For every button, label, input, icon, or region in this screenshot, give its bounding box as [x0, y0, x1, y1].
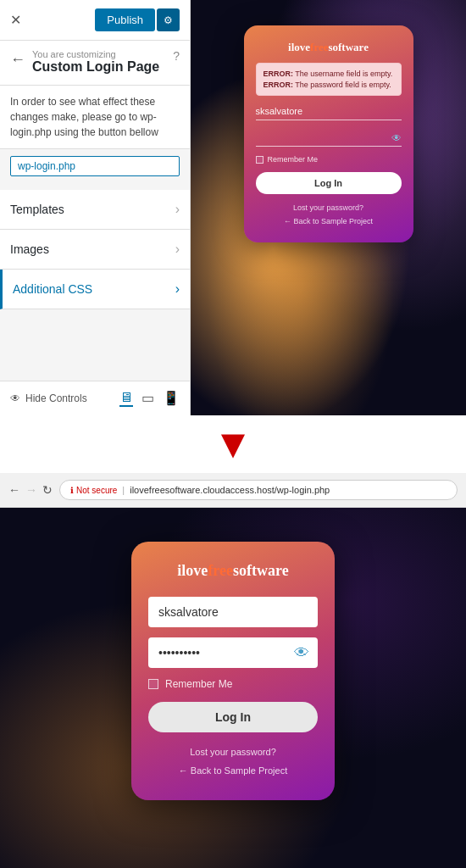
nav-item-additional-css[interactable]: Additional CSS › — [0, 270, 190, 309]
browser-back-link[interactable]: ← Back to Sample Project — [148, 761, 318, 780]
preview-logo-text: ilovefreesoftware — [288, 41, 369, 53]
preview-login-button[interactable]: Log In — [256, 172, 402, 194]
bottom-controls: 👁 Hide Controls 🖥 ▭ 📱 — [0, 381, 190, 415]
chevron-right-icon: › — [175, 281, 180, 297]
wp-login-button[interactable]: wp-login.php — [10, 156, 180, 176]
url-text: ilovefreesoftware.cloudaccess.host/wp-lo… — [130, 485, 330, 495]
info-icon[interactable]: ? — [173, 49, 180, 63]
you-are-customizing-label: You are customizing — [32, 49, 173, 59]
nav-item-images-label: Images — [10, 242, 49, 256]
preview-password-wrapper: 👁 — [256, 129, 402, 147]
browser-password-input[interactable] — [148, 637, 318, 668]
title-text: You are customizing Custom Login Page — [32, 49, 173, 75]
error1-text: The username field is empty. — [295, 70, 392, 78]
browser-login-links: Lost your password? ← Back to Sample Pro… — [148, 743, 318, 780]
browser-remember-me: Remember Me — [148, 678, 318, 690]
error1-label: ERROR: — [264, 70, 294, 78]
preview-password-input[interactable] — [256, 129, 402, 147]
browser-section: ← → ↻ ℹ Not secure | ilovefreesoftware.c… — [0, 473, 466, 868]
logo-ilove: ilove — [288, 41, 310, 53]
mobile-icon[interactable]: 📱 — [163, 390, 180, 407]
error-line2: ERROR: The password field is empty. — [264, 80, 394, 91]
gear-button[interactable]: ⚙ — [157, 8, 180, 31]
preview-remember-checkbox[interactable] — [256, 156, 264, 164]
logo-free: free — [310, 41, 328, 53]
nav-items: Templates › Images › Additional CSS › — [0, 190, 190, 381]
browser-login-card: ilovefreesoftware 👁 Remember Me Log In L… — [131, 542, 335, 800]
nav-item-css-label: Additional CSS — [13, 282, 92, 296]
preview-login-card: ilovefreesoftware ERROR: The username fi… — [244, 25, 413, 242]
preview-username-input[interactable] — [256, 103, 402, 120]
header-left: ✕ — [10, 12, 21, 28]
browser-username-input[interactable] — [148, 597, 318, 627]
nav-item-templates[interactable]: Templates › — [0, 190, 190, 230]
url-separator: | — [122, 485, 125, 495]
preview-remember-me: Remember Me — [256, 155, 402, 164]
browser-login-button[interactable]: Log In — [148, 702, 318, 732]
customizer-panel: ✕ Publish ⚙ ← You are customizing Custom… — [0, 0, 191, 415]
hide-controls-toggle[interactable]: 👁 Hide Controls — [10, 392, 87, 404]
tablet-icon[interactable]: ▭ — [141, 390, 154, 407]
nav-item-templates-label: Templates — [10, 203, 64, 216]
customizer-title-area: ← You are customizing Custom Login Page … — [0, 41, 190, 86]
address-bar[interactable]: ℹ Not secure | ilovefreesoftware.cloudac… — [59, 480, 458, 500]
preview-back-link[interactable]: ← Back to Sample Project — [256, 214, 402, 228]
hide-controls-label: Hide Controls — [25, 392, 87, 404]
browser-password-wrapper: 👁 — [148, 637, 318, 668]
customizer-section: ✕ Publish ⚙ ← You are customizing Custom… — [0, 0, 466, 415]
preview-login-links: Lost your password? ← Back to Sample Pro… — [256, 201, 402, 228]
browser-eye-icon[interactable]: 👁 — [294, 644, 309, 662]
nav-item-images[interactable]: Images › — [0, 230, 190, 270]
browser-lost-password[interactable]: Lost your password? — [148, 743, 318, 761]
preview-lost-password[interactable]: Lost your password? — [256, 201, 402, 214]
browser-logo-free: free — [208, 562, 233, 579]
device-icons: 🖥 ▭ 📱 — [119, 390, 180, 407]
browser-logo-ilove: ilove — [177, 562, 208, 579]
error2-text: The password field is empty. — [295, 81, 391, 89]
error-line1: ERROR: The username field is empty. — [264, 69, 394, 80]
preview-remember-label: Remember Me — [268, 155, 319, 164]
logo-software: software — [328, 41, 368, 53]
publish-button[interactable]: Publish — [95, 8, 155, 31]
eye-hide-icon: 👁 — [10, 392, 20, 404]
chevron-right-icon: › — [175, 242, 180, 257]
browser-forward-button[interactable]: → — [25, 483, 37, 497]
not-secure-text: Not secure — [76, 486, 117, 495]
page-title: Custom Login Page — [32, 59, 173, 75]
browser-logo-software: software — [233, 562, 289, 579]
browser-remember-checkbox[interactable] — [148, 679, 158, 689]
browser-logo-text: ilovefreesoftware — [177, 562, 288, 579]
down-arrow-icon: ▼ — [213, 424, 253, 465]
browser-remember-label: Remember Me — [165, 678, 232, 690]
browser-logo: ilovefreesoftware — [148, 562, 318, 580]
preview-eye-icon[interactable]: 👁 — [391, 132, 402, 144]
chevron-right-icon: › — [175, 202, 180, 217]
info-security-icon: ℹ — [70, 486, 74, 495]
close-icon[interactable]: ✕ — [10, 12, 21, 28]
info-text: In order to see what effect these change… — [0, 86, 190, 149]
preview-logo: ilovefreesoftware — [256, 39, 402, 54]
browser-back-button[interactable]: ← — [8, 483, 20, 497]
back-arrow-icon[interactable]: ← — [10, 51, 25, 69]
browser-refresh-button[interactable]: ↻ — [42, 483, 53, 497]
error-box: ERROR: The username field is empty. ERRO… — [256, 63, 402, 96]
customizer-header: ✕ Publish ⚙ — [0, 0, 190, 41]
arrow-section: ▼ — [0, 415, 466, 473]
desktop-icon[interactable]: 🖥 — [119, 390, 133, 407]
browser-preview: ilovefreesoftware 👁 Remember Me Log In L… — [0, 508, 466, 868]
not-secure-indicator: ℹ Not secure — [70, 486, 117, 495]
error2-label: ERROR: — [264, 81, 294, 89]
browser-nav: ← → ↻ — [8, 483, 53, 497]
preview-panel: ilovefreesoftware ERROR: The username fi… — [191, 0, 466, 415]
browser-bar: ← → ↻ ℹ Not secure | ilovefreesoftware.c… — [0, 473, 466, 508]
